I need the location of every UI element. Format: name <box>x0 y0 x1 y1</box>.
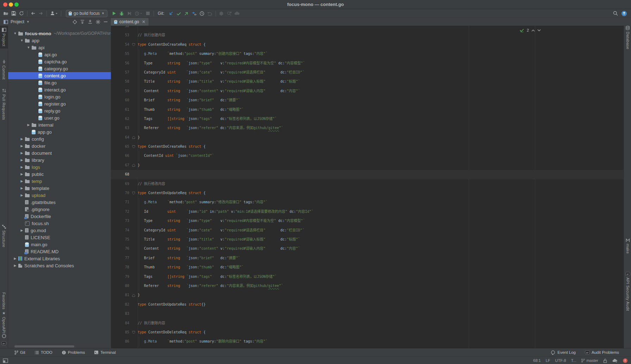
chevron-right-icon[interactable]: ▶ <box>19 179 25 183</box>
tree-item-content.go[interactable]: content.go <box>8 72 111 79</box>
line-number[interactable]: 69 <box>111 179 129 189</box>
code-line-58[interactable]: 58 Title string `json:"title" v:"require… <box>111 77 624 86</box>
line-number[interactable]: 59 <box>111 87 129 96</box>
gear-icon[interactable] <box>94 18 102 25</box>
code-line-84[interactable]: 84// 执行删除内容 <box>111 319 624 328</box>
history-icon[interactable] <box>198 10 206 17</box>
chevron-right-icon[interactable]: ▶ <box>19 137 25 141</box>
tree-item-main.go[interactable]: main.go <box>8 241 111 248</box>
tree-item-captcha.go[interactable]: captcha.go <box>8 58 111 65</box>
sidebar-item-structure[interactable]: Structure <box>0 224 8 247</box>
line-number[interactable]: 57 <box>111 68 129 77</box>
code-line-73[interactable]: 73 Type string `json:"type" v:"required#… <box>111 216 624 225</box>
fold-marker-icon[interactable] <box>129 133 138 142</box>
error-notification-badge[interactable]: ! <box>623 358 627 363</box>
toolwindow-problems[interactable]: Problems <box>62 350 85 355</box>
openapi-circle-icon[interactable] <box>0 334 8 338</box>
run-configuration-select[interactable]: go build focus ▼ <box>66 10 107 17</box>
restore-layout-icon[interactable] <box>3 358 8 363</box>
code-line-57[interactable]: 57 CategoryId uint `json:"cate" v:"requi… <box>111 68 624 77</box>
sidebar-item-openapi[interactable]: OpenAPI <box>0 317 8 333</box>
line-number[interactable]: 52 <box>111 26 129 31</box>
tree-item-api.go[interactable]: api.go <box>8 51 111 58</box>
code-line-67[interactable]: 67} <box>111 161 624 170</box>
chevron-down-icon[interactable]: ▼ <box>12 32 18 35</box>
inspections-widget[interactable]: 2 <box>519 28 541 33</box>
annotate-user-icon[interactable] <box>49 10 59 17</box>
toolwindow-event-log[interactable]: Event Log <box>551 350 576 355</box>
chevron-right-icon[interactable]: ▶ <box>19 229 25 232</box>
code-line-85[interactable]: 85type ContentDoDeleteReq struct { <box>111 328 624 337</box>
tree-item-file.go[interactable]: file.go <box>8 79 111 86</box>
tree-item-config[interactable]: ▶config <box>8 135 111 142</box>
line-number[interactable]: 53 <box>111 31 129 40</box>
lock-icon[interactable] <box>603 358 607 363</box>
tree-item-focus.sh[interactable]: focus.sh <box>8 220 111 227</box>
code-line-65[interactable]: 65type ContentDoCreateRes struct { <box>111 142 624 151</box>
tree-item-reply.go[interactable]: reply.go <box>8 107 111 114</box>
tree-item-docker[interactable]: ▶docker <box>8 142 111 149</box>
open-file-icon[interactable] <box>2 10 10 17</box>
tree-item-External Libraries[interactable]: ▶External Libraries <box>8 255 111 262</box>
code-line-68[interactable]: 68 <box>111 170 624 179</box>
tree-item-document[interactable]: ▶document <box>8 149 111 157</box>
tree-item-api[interactable]: ▼api <box>8 44 111 51</box>
code-line-76[interactable]: 76 Content string `json:"content" v:"req… <box>111 244 624 253</box>
code-line-62[interactable]: 62 Tags []string `json:"tags" dc:"标签名称列表… <box>111 114 624 123</box>
chevron-right-icon[interactable]: ▶ <box>19 172 25 176</box>
prev-problem-icon[interactable] <box>531 29 535 32</box>
tree-item-library[interactable]: ▶library <box>8 157 111 164</box>
debug-button[interactable] <box>118 10 126 17</box>
code-line-81[interactable]: 81} <box>111 290 624 300</box>
tab-content-go[interactable]: content.go ✕ <box>111 18 149 26</box>
line-number[interactable]: 58 <box>111 77 129 86</box>
code-line-71[interactable]: 71 g.Meta `method:"post" summary:"修改内容接口… <box>111 198 624 207</box>
code-line-83[interactable]: 83 <box>111 309 624 318</box>
git-update-icon[interactable] <box>167 10 175 17</box>
code-line-52[interactable]: 52 <box>111 26 624 31</box>
fold-marker-icon[interactable] <box>129 142 138 151</box>
forward-icon[interactable] <box>37 10 45 17</box>
cloud-settings-icon[interactable] <box>612 358 618 363</box>
code-line-75[interactable]: 75 Title string `json:"title" v:"require… <box>111 235 624 244</box>
chevron-down-icon[interactable]: ▼ <box>25 46 32 49</box>
chevron-right-icon[interactable]: ▶ <box>19 193 25 197</box>
sidebar-item-database[interactable]: Database <box>624 21 631 49</box>
tree-item-go.mod[interactable]: ▶go.mod <box>8 227 111 234</box>
line-number[interactable]: 64 <box>111 133 129 142</box>
code-line-72[interactable]: 72 Id uint `json:"id" in:"path" v:"min:1… <box>111 207 624 216</box>
line-number[interactable]: 62 <box>111 114 129 123</box>
sync-icon[interactable] <box>18 10 25 17</box>
line-number[interactable]: 76 <box>111 244 129 253</box>
save-all-icon[interactable] <box>10 10 18 17</box>
close-tab-icon[interactable]: ✕ <box>142 19 145 24</box>
build-hexagon-icon[interactable] <box>218 10 225 17</box>
line-number[interactable]: 77 <box>111 254 129 263</box>
run-button[interactable] <box>110 10 118 17</box>
line-number[interactable]: 66 <box>111 151 129 160</box>
tree-item-app[interactable]: ▼app <box>8 37 111 44</box>
line-number[interactable]: 63 <box>111 123 129 133</box>
code-line-82[interactable]: 82type ContentDoUpdateRes struct{} <box>111 300 624 309</box>
line-number[interactable]: 79 <box>111 272 129 281</box>
chevron-right-icon[interactable]: ▶ <box>19 144 25 148</box>
sidebar-item-api-security-audit[interactable]: API Security Audit <box>624 272 631 311</box>
line-number[interactable]: 56 <box>111 59 129 68</box>
line-number[interactable]: 85 <box>111 328 129 337</box>
line-number[interactable]: 75 <box>111 235 129 244</box>
sidebar-item-project[interactable]: Project <box>0 26 8 49</box>
line-number[interactable]: 73 <box>111 216 129 225</box>
toolwindow-terminal[interactable]: Terminal <box>94 350 115 355</box>
code-line-55[interactable]: 55 g.Meta `method:"post" summary:"创建内容接口… <box>111 49 624 58</box>
sidebar-item-favorites[interactable]: Favorites ★ <box>0 292 8 315</box>
line-number[interactable]: 61 <box>111 105 129 114</box>
tree-item-focus-mono[interactable]: ▼focus-mono~/Workspace/Go/GOPATH/src/git… <box>8 30 111 37</box>
tree-item-interact.go[interactable]: interact.go <box>8 86 111 93</box>
profiler-button[interactable] <box>133 10 144 17</box>
code-line-70[interactable]: 70type ContentDoUpdateReq struct { <box>111 189 624 198</box>
code-line-54[interactable]: 54type ContentDoCreateReq struct { <box>111 40 624 49</box>
line-number[interactable]: 72 <box>111 207 129 216</box>
tree-item-logs[interactable]: ▶logs <box>8 164 111 171</box>
line-number[interactable]: 82 <box>111 300 129 309</box>
rollback-icon[interactable] <box>206 10 214 17</box>
